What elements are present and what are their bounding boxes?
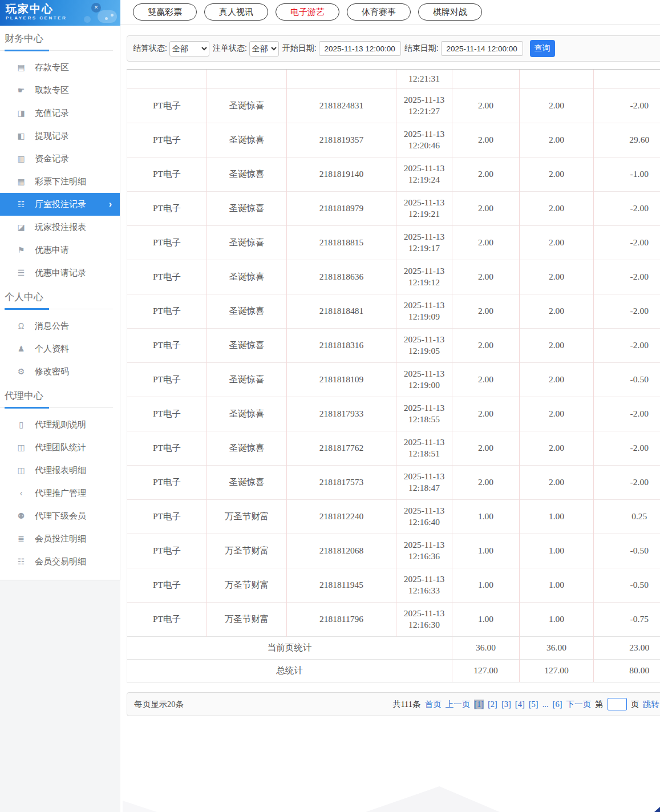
sidebar-item-label: 彩票下注明细 xyxy=(35,176,112,187)
cell-game: 圣诞惊喜 xyxy=(207,294,287,328)
withdraw-record-icon: ◧ xyxy=(16,131,26,140)
top-nav-tab[interactable]: 棋牌对战 xyxy=(418,3,482,21)
cell-platform: PT电子 xyxy=(127,328,207,362)
sidebar-item[interactable]: Ω 消息公告 › xyxy=(0,314,120,337)
cell-valid: 1.00 xyxy=(520,568,594,602)
page-number-link[interactable]: [3] xyxy=(501,700,511,709)
gear-icon: ⚙ xyxy=(16,367,26,376)
page-number-link[interactable]: [2] xyxy=(488,700,497,709)
cell-datetime: 2025-11-13 12:16:40 xyxy=(396,499,452,534)
sidebar-item[interactable]: ‹ 代理推广管理 › xyxy=(0,482,120,504)
sidebar-item[interactable]: ☷ 会员交易明细 › xyxy=(0,550,120,573)
chevron-right-icon: › xyxy=(109,199,112,209)
sidebar-item[interactable]: ▥ 资金记录 › xyxy=(0,147,120,170)
sidebar-item-label: 资金记录 xyxy=(35,153,112,164)
end-date-input[interactable] xyxy=(441,41,523,56)
jump-button[interactable]: 跳转 xyxy=(643,699,659,710)
cell-profit: -0.50 xyxy=(594,534,660,568)
total-stats-valid: 127.00 xyxy=(520,659,594,682)
sidebar-item[interactable]: ☷ 厅室投注记录 › xyxy=(0,193,120,216)
page-number-link[interactable]: ... xyxy=(542,700,549,709)
prev-page-link[interactable]: 上一页 xyxy=(446,699,471,710)
user-icon: ♟ xyxy=(16,344,26,353)
page-number-link[interactable]: [1] xyxy=(474,700,484,709)
sidebar-item[interactable]: ▯ 代理规则说明 › xyxy=(0,413,120,436)
table-row: PT电子 圣诞惊喜 2181824831 2025-11-13 12:21:27… xyxy=(127,88,660,123)
share-icon: ‹ xyxy=(16,488,26,498)
cell-game: 圣诞惊喜 xyxy=(207,225,287,260)
sidebar-item[interactable]: ≣ 会员投注明细 › xyxy=(0,527,120,550)
cell-game xyxy=(207,70,287,88)
page-number-link[interactable]: [4] xyxy=(515,700,525,709)
cell-profit: -2.00 xyxy=(594,191,660,225)
order-status-select[interactable]: 全部 xyxy=(249,41,279,56)
top-nav-tab[interactable]: 真人视讯 xyxy=(204,3,268,21)
cell-valid: 1.00 xyxy=(520,499,594,534)
cell-order: 2181811945 xyxy=(287,568,396,602)
cell-time: 12:21:31 xyxy=(396,70,452,88)
first-page-link[interactable]: 首页 xyxy=(425,699,442,710)
cell-game: 圣诞惊喜 xyxy=(207,157,287,191)
cell-platform: PT电子 xyxy=(127,499,207,534)
start-date-input[interactable] xyxy=(319,41,401,56)
sidebar-item-label: 会员交易明细 xyxy=(35,556,112,567)
top-nav-tab[interactable]: 体育赛事 xyxy=(347,3,411,21)
next-page-link[interactable]: 下一页 xyxy=(566,699,592,710)
page-number-link[interactable]: [6] xyxy=(553,700,562,709)
section-divider xyxy=(0,407,120,409)
cell-bet: 2.00 xyxy=(452,431,520,465)
table-row: PT电子 万圣节财富 2181811796 2025-11-13 12:16:3… xyxy=(127,602,660,636)
settle-status-select[interactable]: 全部 xyxy=(169,41,209,56)
sidebar-item[interactable]: ⚉ 代理下级会员 › xyxy=(0,504,120,527)
cell-game: 圣诞惊喜 xyxy=(207,123,287,157)
background-decoration xyxy=(654,807,660,812)
sidebar-item[interactable]: ☰ 优惠申请记录 › xyxy=(0,261,120,284)
cell-platform: PT电子 xyxy=(127,568,207,602)
cell-order: 2181811796 xyxy=(287,602,396,636)
cell-valid: 2.00 xyxy=(520,191,594,225)
cell-order: 2181818316 xyxy=(287,328,396,362)
top-nav-tab[interactable]: 电子游艺 xyxy=(276,3,339,21)
page-number-link[interactable]: [5] xyxy=(529,700,538,709)
cell-game: 圣诞惊喜 xyxy=(207,328,287,362)
cell-platform: PT电子 xyxy=(127,602,207,636)
sidebar-item[interactable]: ◧ 提现记录 › xyxy=(0,124,120,147)
sidebar-item[interactable]: ☛ 取款专区 › xyxy=(0,79,120,102)
sidebar-item[interactable]: ▤ 存款专区 › xyxy=(0,56,120,79)
cell-profit: -2.00 xyxy=(594,88,660,123)
cell-datetime: 2025-11-13 12:16:33 xyxy=(396,568,452,602)
search-button[interactable]: 查询 xyxy=(530,40,555,57)
cell-valid: 2.00 xyxy=(520,225,594,260)
cell-order: 2181817762 xyxy=(287,431,396,465)
section-divider xyxy=(0,50,120,51)
sidebar-item[interactable]: ⚑ 优惠申请 › xyxy=(0,239,120,261)
player-bet-report-icon: ◪ xyxy=(16,223,26,232)
cell-platform: PT电子 xyxy=(127,294,207,328)
sidebar-item[interactable]: ◫ 代理团队统计 › xyxy=(0,436,120,459)
sidebar-item[interactable]: ◪ 玩家投注报表 › xyxy=(0,216,120,239)
total-stats-label: 总统计 xyxy=(127,659,452,682)
page-stats-profit: 23.00 xyxy=(594,636,660,659)
top-nav-tab[interactable]: 雙赢彩票 xyxy=(133,3,197,21)
page: 玩家中心 PLAYERS CENTER ✕ 财务中心 ▤ 存款专区 › xyxy=(0,0,660,812)
table-row: PT电子 圣诞惊喜 2181817933 2025-11-13 12:18:55… xyxy=(127,397,660,431)
sidebar-item[interactable]: ◫ 代理报表明细 › xyxy=(0,459,120,482)
page-jump-input[interactable] xyxy=(608,698,627,710)
cell-datetime: 2025-11-13 12:19:24 xyxy=(396,157,452,191)
cell-platform: PT电子 xyxy=(127,225,207,260)
cell-datetime: 2025-11-13 12:20:46 xyxy=(396,123,452,157)
cell-game: 圣诞惊喜 xyxy=(207,88,287,123)
cell-profit: -2.00 xyxy=(594,397,660,431)
pagination-bar: 每页显示20条 共111条 首页 上一页 [1] [2] [3] xyxy=(127,692,660,716)
cell-platform: PT电子 xyxy=(127,191,207,225)
sidebar-item[interactable]: ⚙ 修改密码 › xyxy=(0,360,120,383)
cell-platform: PT电子 xyxy=(127,465,207,499)
cell-profit: 0.25 xyxy=(594,499,660,534)
sidebar-item[interactable]: ◨ 充值记录 › xyxy=(0,102,120,124)
cell-bet: 1.00 xyxy=(452,602,520,636)
sidebar-item[interactable]: ▦ 彩票下注明细 › xyxy=(0,170,120,193)
cell-order: 2181824831 xyxy=(287,88,396,123)
funds-record-icon: ▥ xyxy=(16,154,26,163)
sidebar-item[interactable]: ♟ 个人资料 › xyxy=(0,337,120,360)
cell-valid: 2.00 xyxy=(520,294,594,328)
